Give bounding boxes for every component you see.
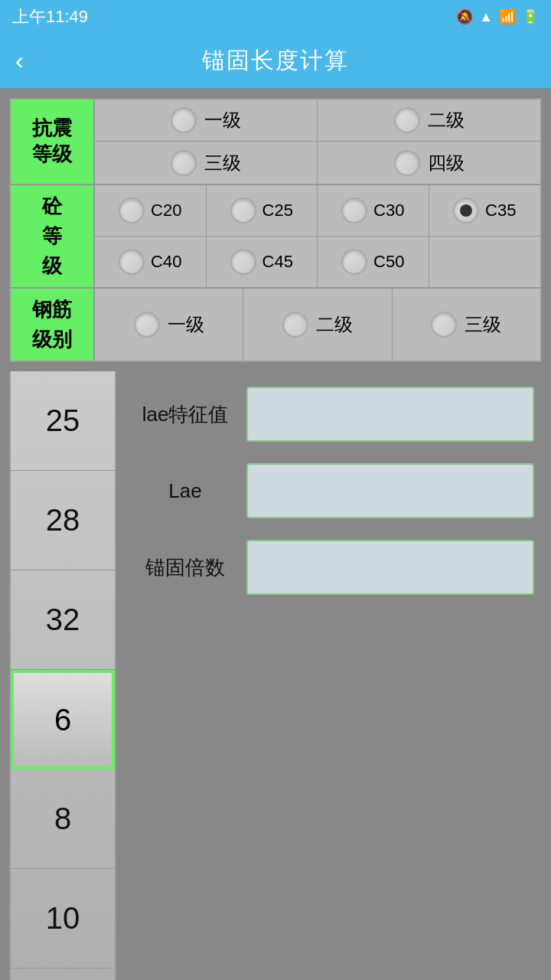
mult-row: 锚固倍数: [124, 540, 534, 595]
concrete-label: 砼等级: [11, 185, 95, 287]
steel-label: 钢筋级别: [11, 289, 95, 361]
steel-option-grade1[interactable]: 一级: [95, 289, 243, 361]
concrete-options: C20 C25 C30 C35 C40: [95, 185, 540, 287]
seismic-option-4[interactable]: 四级: [318, 142, 540, 184]
steel-option-grade2[interactable]: 二级: [243, 289, 392, 361]
concrete-label-c35: C35: [485, 201, 516, 220]
concrete-option-c50[interactable]: C50: [318, 237, 429, 288]
concrete-option-c45[interactable]: C45: [207, 237, 318, 288]
mute-icon: 🔕: [456, 8, 473, 25]
steel-label-grade1: 一级: [168, 312, 204, 337]
steel-radio-grade1[interactable]: [134, 312, 160, 338]
steel-label-grade3: 三级: [465, 312, 501, 337]
page-title: 锚固长度计算: [202, 45, 349, 77]
concrete-option-c40[interactable]: C40: [95, 237, 207, 288]
seismic-option-3[interactable]: 三级: [95, 142, 318, 184]
lae-characteristic-label: lae特征值: [124, 401, 246, 428]
seismic-row: 抗震等级 一级 二级 三级 四级: [11, 100, 540, 185]
lae-characteristic-input[interactable]: [246, 387, 534, 442]
back-button[interactable]: ‹: [15, 47, 24, 75]
diameter-item-32[interactable]: 32: [11, 570, 115, 670]
lae-label: Lae: [124, 479, 246, 503]
concrete-label-c30: C30: [373, 201, 404, 220]
concrete-label-c45: C45: [262, 252, 293, 272]
calculation-form: lae特征值 Lae 锚固倍数: [116, 371, 542, 980]
diameter-item-28[interactable]: 28: [11, 471, 115, 570]
steel-option-grade3[interactable]: 三级: [393, 289, 540, 361]
wifi-icon: ▲: [479, 9, 493, 25]
diameter-item-6[interactable]: 6: [11, 670, 115, 769]
concrete-label-c20: C20: [151, 201, 181, 220]
seismic-label-2: 二级: [428, 108, 465, 132]
seismic-label-4: 四级: [428, 151, 465, 175]
seismic-label-1: 一级: [204, 108, 241, 132]
seismic-option-1[interactable]: 一级: [95, 100, 318, 142]
concrete-option-c30[interactable]: C30: [318, 185, 429, 237]
mult-label: 锚固倍数: [124, 554, 246, 581]
concrete-option-c25[interactable]: C25: [207, 185, 318, 237]
seismic-radio-3[interactable]: [171, 150, 197, 176]
diameter-item-8[interactable]: 8: [11, 769, 115, 869]
settings-table: 抗震等级 一级 二级 三级 四级: [9, 98, 542, 362]
diameter-item-10[interactable]: 10: [11, 869, 115, 969]
diameter-item-12[interactable]: 12: [11, 969, 115, 980]
lae-row: Lae: [124, 463, 534, 518]
lae-characteristic-row: lae特征值: [124, 387, 534, 442]
concrete-label-c40: C40: [151, 252, 181, 272]
battery-icon: 🔋: [522, 8, 539, 25]
concrete-radio-c45[interactable]: [230, 249, 256, 275]
diameter-list: 25 28 32 6 8 10 12: [9, 371, 116, 980]
diameter-item-25[interactable]: 25: [11, 371, 115, 471]
concrete-radio-c50[interactable]: [341, 249, 367, 275]
signal-icon: 📶: [499, 8, 516, 25]
concrete-radio-c40[interactable]: [119, 249, 145, 275]
bottom-section: 25 28 32 6 8 10 12 lae特征值 Lae 锚固倍数: [9, 371, 542, 980]
app-header: ‹ 锚固长度计算: [0, 34, 551, 89]
lae-input[interactable]: [246, 463, 534, 518]
main-content: 抗震等级 一级 二级 三级 四级: [0, 98, 551, 980]
steel-row: 钢筋级别 一级 二级 三级: [11, 289, 540, 361]
status-time: 上午11:49: [12, 5, 88, 28]
status-icons: 🔕 ▲ 📶 🔋: [456, 8, 539, 25]
seismic-radio-1[interactable]: [171, 107, 197, 133]
steel-label-grade2: 二级: [316, 312, 353, 337]
concrete-label-c50: C50: [373, 252, 404, 272]
concrete-radio-c30[interactable]: [341, 198, 367, 224]
concrete-label-c25: C25: [262, 201, 293, 220]
seismic-option-2[interactable]: 二级: [318, 100, 540, 142]
seismic-radio-2[interactable]: [394, 107, 420, 133]
concrete-radio-c20[interactable]: [119, 198, 145, 224]
steel-options: 一级 二级 三级: [95, 289, 540, 361]
status-bar: 上午11:49 🔕 ▲ 📶 🔋: [0, 0, 551, 34]
concrete-radio-c35[interactable]: [453, 198, 479, 224]
seismic-radio-4[interactable]: [394, 150, 420, 176]
mult-input[interactable]: [246, 540, 534, 595]
concrete-radio-c25[interactable]: [230, 198, 256, 224]
seismic-label-3: 三级: [204, 151, 241, 175]
concrete-option-empty: [429, 237, 541, 288]
concrete-option-c20[interactable]: C20: [95, 185, 207, 237]
concrete-row: 砼等级 C20 C25 C30 C35: [11, 185, 540, 289]
concrete-option-c35[interactable]: C35: [429, 185, 541, 237]
seismic-options: 一级 二级 三级 四级: [95, 100, 540, 184]
steel-radio-grade3[interactable]: [431, 312, 457, 338]
seismic-label: 抗震等级: [11, 100, 95, 184]
steel-radio-grade2[interactable]: [282, 312, 308, 338]
